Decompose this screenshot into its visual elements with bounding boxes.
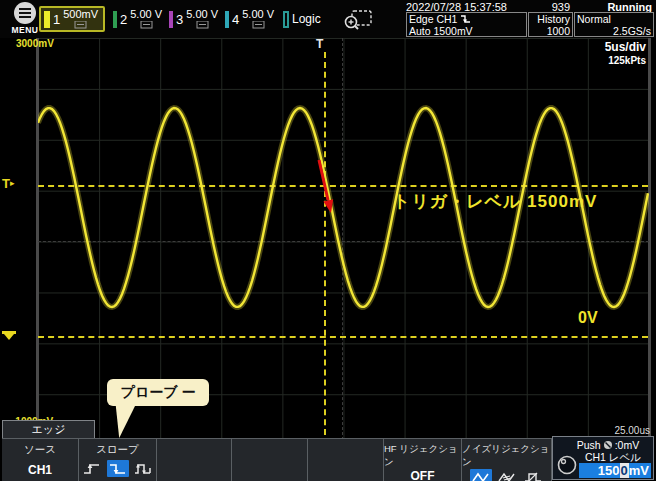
source-label: ソース bbox=[24, 443, 56, 457]
channel-3-number: 3 bbox=[176, 12, 183, 27]
noise-rejection-label: ノイズリジェクション bbox=[462, 443, 551, 469]
top-bar: MENU 1 500mV 2 5.00 V bbox=[0, 0, 656, 38]
channel-2-indicator[interactable]: 2 5.00 V bbox=[110, 6, 164, 32]
channel-2-color-bar bbox=[113, 11, 117, 28]
history-label: History bbox=[531, 13, 570, 25]
history-box[interactable]: History 1000 bbox=[528, 12, 573, 37]
menu-button[interactable]: MENU bbox=[8, 2, 42, 36]
slope-both-icon[interactable] bbox=[133, 460, 155, 477]
channel-1-scale: 500mV bbox=[63, 9, 98, 20]
channel-3-indicator[interactable]: 3 5.00 V bbox=[166, 6, 220, 32]
coupling-icon bbox=[140, 21, 153, 29]
push-label: Push bbox=[577, 439, 601, 451]
level-cursor-digit: 0 bbox=[620, 463, 629, 478]
trigger-mode: Auto 1500mV bbox=[409, 25, 524, 37]
probe-callout-text: プローブ ー bbox=[121, 384, 196, 402]
channel-3-scale: 5.00 V bbox=[186, 9, 218, 20]
channel-1-color-bar bbox=[44, 11, 50, 28]
slope-falling-icon[interactable] bbox=[107, 460, 129, 477]
coupling-icon bbox=[252, 21, 265, 29]
hamburger-icon bbox=[14, 2, 36, 24]
trigger-level-marker[interactable]: T▸ bbox=[2, 176, 14, 191]
noise-reject-off-icon[interactable] bbox=[522, 469, 544, 481]
logic-label: Logic bbox=[292, 12, 321, 26]
slope-rising-icon[interactable] bbox=[81, 460, 103, 477]
acquisition-mode-box[interactable]: Normal 2.5GS/s bbox=[574, 12, 654, 37]
acquisition-mode: Normal bbox=[577, 13, 651, 25]
logic-color-bar bbox=[283, 11, 289, 28]
sine-wave-glow bbox=[38, 108, 648, 307]
channel-2-number: 2 bbox=[120, 12, 127, 27]
probe-callout: プローブ ー bbox=[107, 379, 209, 406]
ground-level-marker[interactable] bbox=[2, 331, 16, 340]
slope-label: スロープ bbox=[96, 443, 139, 457]
push-value: :0mV bbox=[615, 439, 640, 451]
logic-indicator[interactable]: Logic bbox=[280, 6, 332, 32]
sample-rate: 2.5GS/s bbox=[577, 25, 651, 37]
zoom-tool-icon[interactable] bbox=[342, 8, 374, 32]
hf-rejection-label: HF リジェクション bbox=[384, 443, 461, 469]
empty-menu-cell bbox=[232, 439, 308, 481]
hf-rejection-value: OFF bbox=[411, 469, 435, 481]
tab-edge-label: エッジ bbox=[32, 422, 66, 437]
rotary-knob-icon[interactable] bbox=[557, 455, 577, 475]
empty-menu-cell bbox=[308, 439, 384, 481]
bottom-menu-row: ソース CH1 スロープ bbox=[2, 438, 552, 481]
noise-reject-mid-icon[interactable] bbox=[496, 469, 518, 481]
source-menu-cell[interactable]: ソース CH1 bbox=[2, 439, 79, 481]
channel-4-color-bar bbox=[225, 11, 229, 28]
noise-reject-on-icon[interactable] bbox=[470, 469, 492, 481]
level-digits: 150 bbox=[598, 463, 620, 478]
channel-3-color-bar bbox=[169, 11, 173, 28]
coupling-icon bbox=[196, 21, 209, 29]
channel-1-indicator[interactable]: 1 500mV bbox=[39, 6, 105, 32]
channel-4-number: 4 bbox=[232, 12, 239, 27]
history-value: 1000 bbox=[531, 25, 570, 37]
tab-edge[interactable]: エッジ bbox=[2, 420, 95, 438]
channel-1-number: 1 bbox=[53, 12, 60, 27]
channel-2-scale: 5.00 V bbox=[130, 9, 162, 20]
hf-rejection-cell[interactable]: HF リジェクション OFF bbox=[384, 439, 462, 481]
trigger-type: Edge CH1 bbox=[409, 13, 457, 25]
coupling-icon bbox=[74, 21, 87, 29]
trigger-level-value[interactable]: 1500mV bbox=[579, 463, 651, 478]
trigger-level-knob-panel[interactable]: Push :0mV CH1 レベル 1500mV bbox=[552, 436, 654, 480]
menu-button-label: MENU bbox=[8, 25, 42, 35]
falling-edge-icon bbox=[460, 14, 471, 24]
channel-4-scale: 5.00 V bbox=[242, 9, 274, 20]
oscilloscope-screen: MENU 1 500mV 2 5.00 V bbox=[0, 0, 656, 481]
push-knob-icon bbox=[603, 440, 613, 450]
source-value: CH1 bbox=[28, 463, 52, 477]
level-unit: mV bbox=[629, 463, 649, 478]
trigger-info-box[interactable]: Edge CH1 Auto 1500mV bbox=[406, 12, 527, 37]
channel-4-indicator[interactable]: 4 5.00 V bbox=[222, 6, 276, 32]
empty-menu-cell bbox=[157, 439, 232, 481]
noise-rejection-cell[interactable]: ノイズリジェクション bbox=[462, 439, 552, 481]
slope-menu-cell[interactable]: スロープ bbox=[79, 439, 157, 481]
